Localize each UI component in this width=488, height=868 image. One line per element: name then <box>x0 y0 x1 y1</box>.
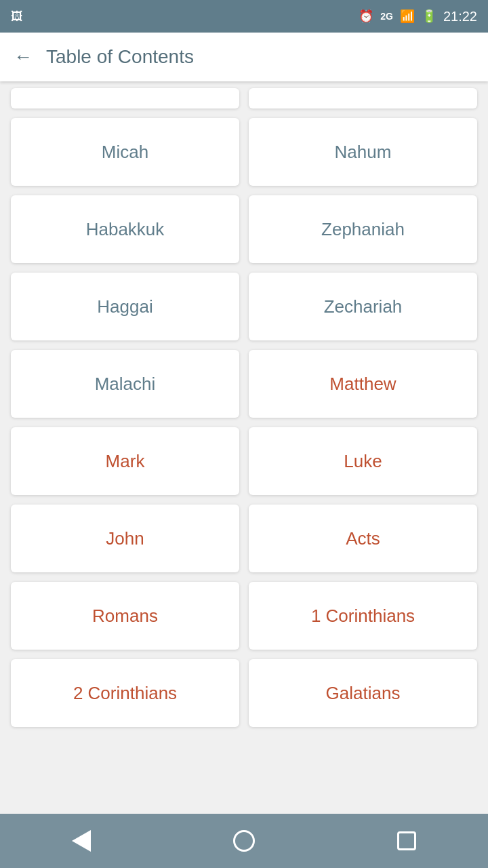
partial-card-right <box>249 88 477 108</box>
book-label-2corinthians: 2 Corinthians <box>73 683 177 704</box>
partial-card-left <box>11 88 239 108</box>
book-card-matthew[interactable]: Matthew <box>249 350 477 418</box>
back-nav-icon <box>72 830 91 852</box>
home-nav-icon <box>233 830 255 852</box>
book-label-galatians: Galatians <box>326 683 401 704</box>
books-grid: MicahNahumHabakkukZephaniahHaggaiZechari… <box>11 118 477 727</box>
book-card-1corinthians[interactable]: 1 Corinthians <box>249 582 477 650</box>
book-card-malachi[interactable]: Malachi <box>11 350 239 418</box>
book-card-haggai[interactable]: Haggai <box>11 273 239 340</box>
book-label-mark: Mark <box>106 451 145 472</box>
book-card-romans[interactable]: Romans <box>11 582 239 650</box>
book-label-zechariah: Zechariah <box>324 296 403 317</box>
book-card-zephaniah[interactable]: Zephaniah <box>249 195 477 263</box>
book-card-nahum[interactable]: Nahum <box>249 118 477 186</box>
book-label-nahum: Nahum <box>335 142 392 163</box>
nav-back-button[interactable] <box>54 814 108 868</box>
status-time: 21:22 <box>443 9 477 24</box>
book-card-luke[interactable]: Luke <box>249 427 477 495</box>
book-label-haggai: Haggai <box>97 296 152 317</box>
book-card-habakkuk[interactable]: Habakkuk <box>11 195 239 263</box>
page-title: Table of Contents <box>46 46 194 68</box>
network-2g-icon: 2G <box>380 11 393 22</box>
book-card-acts[interactable]: Acts <box>249 505 477 572</box>
nav-recents-button[interactable] <box>380 814 434 868</box>
book-card-mark[interactable]: Mark <box>11 427 239 495</box>
book-card-john[interactable]: John <box>11 505 239 572</box>
book-label-micah: Micah <box>102 142 148 163</box>
status-icon-image: 🖼 <box>11 9 23 24</box>
book-card-micah[interactable]: Micah <box>11 118 239 186</box>
recents-nav-icon <box>397 831 416 850</box>
header: ← Table of Contents <box>0 33 488 81</box>
bottom-nav-bar <box>0 814 488 868</box>
alarm-icon: ⏰ <box>359 9 373 24</box>
book-label-malachi: Malachi <box>95 374 156 395</box>
book-label-romans: Romans <box>92 606 158 627</box>
book-label-acts: Acts <box>346 528 380 549</box>
signal-icon: 📶 <box>400 9 415 24</box>
book-card-2corinthians[interactable]: 2 Corinthians <box>11 659 239 727</box>
nav-home-button[interactable] <box>217 814 271 868</box>
back-button[interactable]: ← <box>14 47 33 66</box>
book-label-zephaniah: Zephaniah <box>321 219 405 240</box>
book-label-1corinthians: 1 Corinthians <box>311 606 415 627</box>
book-card-galatians[interactable]: Galatians <box>249 659 477 727</box>
status-bar: 🖼 ⏰ 2G 📶 🔋 21:22 <box>0 0 488 33</box>
book-label-luke: Luke <box>344 451 382 472</box>
books-scroll-area[interactable]: MicahNahumHabakkukZephaniahHaggaiZechari… <box>0 81 488 814</box>
partial-top-row <box>11 88 477 108</box>
book-label-john: John <box>106 528 144 549</box>
battery-icon: 🔋 <box>422 9 436 24</box>
book-label-habakkuk: Habakkuk <box>86 219 165 240</box>
book-label-matthew: Matthew <box>329 374 396 395</box>
book-card-zechariah[interactable]: Zechariah <box>249 273 477 340</box>
